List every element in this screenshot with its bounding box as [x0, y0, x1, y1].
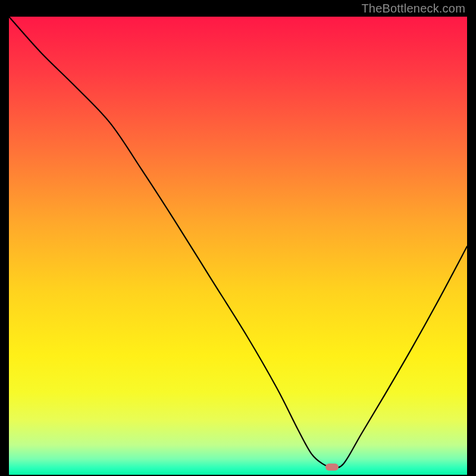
chart-frame: TheBottleneck.com	[0, 0, 476, 476]
optimal-marker	[325, 464, 339, 471]
curve-svg	[9, 17, 467, 467]
plot-area	[9, 17, 467, 467]
watermark-text: TheBottleneck.com	[361, 2, 465, 15]
bottleneck-curve	[9, 17, 467, 468]
